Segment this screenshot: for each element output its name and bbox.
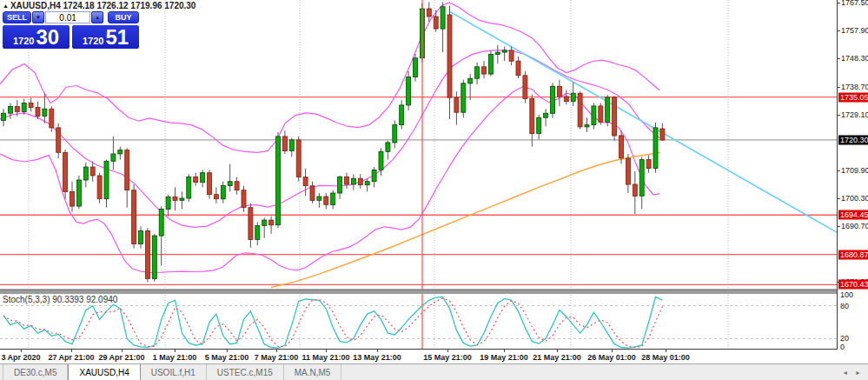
time-tick-mark [504, 350, 505, 352]
pane-separator[interactable] [0, 290, 837, 294]
moving-average-line [271, 152, 660, 287]
candle-bull [221, 185, 225, 198]
candle-bull [495, 52, 500, 54]
buy-button[interactable]: BUY [108, 11, 139, 23]
candle-bull [201, 173, 205, 183]
candle-bull [571, 93, 575, 101]
sell-button[interactable]: SELL [3, 11, 31, 23]
candle-bear [208, 173, 212, 195]
time-tick-label: 27 Apr 21:00 [48, 353, 94, 362]
candle-bull [407, 77, 411, 105]
price-tick-mark [838, 3, 840, 3]
chevron-down-icon: ▼ [36, 15, 41, 20]
price-tick-label: 1767.50 [841, 0, 868, 7]
time-tick-mark [175, 350, 176, 352]
candle-bear [214, 195, 218, 199]
scroll-right-icon[interactable]: ► [855, 370, 861, 376]
chart-tab-usoil-f-h1[interactable]: USOIL.f,H1 [141, 364, 207, 380]
candle-bull [468, 78, 473, 83]
time-tick-label: 11 May 21:00 [301, 353, 349, 362]
candle-bear [454, 97, 459, 112]
candle-bull [180, 198, 184, 200]
stoch-scale-label: 0 [840, 343, 845, 351]
candle-bear [324, 197, 328, 204]
buy-price-button[interactable]: 1720 51 [72, 25, 139, 49]
candle-bear [50, 109, 54, 128]
price-tick-label: 1748.30 [841, 54, 868, 63]
candle-bear [125, 150, 129, 190]
candle-bull [461, 83, 466, 112]
candle-bull [379, 151, 383, 170]
candle-bear [660, 129, 665, 140]
time-tick-mark [21, 350, 22, 352]
candle-bear [516, 61, 520, 76]
candle-bull [2, 113, 6, 120]
time-tick-label: 26 May 01:00 [587, 353, 636, 362]
candle-bull [111, 154, 116, 161]
candle-bull [639, 160, 644, 197]
candle-bear [235, 182, 239, 190]
tab-scroll-controls: ◄► [842, 364, 868, 380]
sell-price-button[interactable]: 1720 30 [3, 25, 70, 49]
candle-bear [434, 17, 438, 29]
time-tick-mark [71, 350, 72, 352]
time-tick-mark [326, 350, 327, 352]
time-tick-mark [377, 350, 378, 352]
volume-input[interactable] [45, 11, 90, 23]
candle-bull [551, 86, 555, 113]
bollinger-middle-line [0, 50, 659, 228]
price-tick-label: 1729.10 [841, 110, 868, 119]
candle-bull [400, 105, 404, 125]
candle-bear [36, 108, 40, 117]
volume-decrease-button[interactable]: ▼ [32, 11, 44, 23]
sell-price-main: 1720 [13, 36, 34, 46]
chart-tab-ustec-c-m15[interactable]: USTEC.c,M15 [207, 364, 284, 380]
candle-bear [15, 107, 19, 112]
candle-bull [262, 220, 267, 225]
candle-bear [90, 167, 95, 176]
chart-tab-de30-c-m5[interactable]: DE30.c,M5 [3, 364, 68, 380]
time-tick-mark [227, 350, 228, 352]
candle-bear [269, 220, 274, 225]
stoch-scale-label: 80 [840, 302, 849, 310]
candle-bear [530, 99, 534, 134]
price-tick-mark [838, 198, 840, 199]
candle-bull [76, 180, 81, 206]
candle-bull [152, 236, 156, 278]
time-tick-label: 5 May 21:00 [205, 353, 249, 362]
volume-increase-button[interactable]: ▲ [91, 11, 103, 23]
candle-bull [276, 137, 281, 225]
price-tick-mark [838, 115, 840, 116]
candle-bull [139, 230, 143, 243]
time-tick-label: 21 May 21:00 [533, 353, 581, 362]
chart-ohlc-header: ▲XAUUSD,H4 1724.18 1726.12 1719.96 1720.… [3, 1, 195, 10]
candle-bull [365, 182, 369, 185]
candle-bear [564, 97, 568, 102]
time-tick-label: 19 May 21:00 [480, 353, 528, 362]
price-direction-icon: ▲ [3, 3, 9, 9]
candle-bear [345, 177, 349, 184]
time-tick-label: 13 May 21:00 [353, 353, 401, 362]
candle-bull [606, 97, 610, 122]
chart-tab-xauusd-h4[interactable]: XAUUSD,H4 [68, 364, 140, 380]
price-tick-mark [838, 30, 840, 31]
time-axis[interactable]: 3 Apr 202027 Apr 21:0029 Apr 21:001 May … [0, 350, 837, 363]
scroll-left-icon[interactable]: ◄ [842, 370, 848, 376]
price-level-badge: 1680.87 [838, 250, 868, 259]
candle-bull [228, 182, 232, 186]
candle-bear [29, 103, 33, 108]
chart-canvas[interactable] [0, 0, 837, 363]
one-click-trading-panel: SELL ▼ ▲ BUY 1720 30 1720 51 [3, 11, 139, 49]
price-tick-mark [838, 226, 840, 227]
candle-bull [502, 50, 507, 52]
time-tick-label: 1 May 21:00 [153, 353, 197, 362]
candle-bear [310, 186, 315, 201]
price-level-badge: 1735.05 [838, 92, 868, 102]
time-tick-label: 15 May 21:00 [423, 353, 472, 362]
time-tick-label: 3 Apr 2020 [1, 353, 40, 362]
candle-bear [145, 230, 149, 278]
price-level-badge: 1670.43 [838, 280, 868, 290]
chart-tab-ma-n-m5[interactable]: MA.N,M5 [284, 364, 342, 380]
candle-bull [43, 109, 47, 116]
candle-bear [523, 76, 527, 99]
